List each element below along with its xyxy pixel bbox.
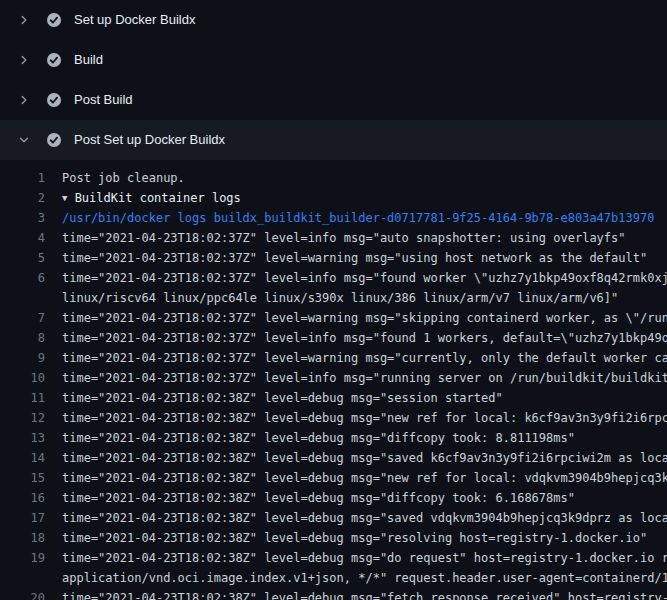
- chevron-right-icon: [16, 92, 32, 108]
- log-line: 12time="2021-04-23T18:02:38Z" level=debu…: [0, 408, 667, 428]
- line-number[interactable]: 8: [0, 328, 45, 348]
- chevron-right-icon: [16, 52, 32, 68]
- log-text: linux/riscv64 linux/ppc64le linux/s390x …: [45, 288, 618, 308]
- log-line: 10time="2021-04-23T18:02:37Z" level=info…: [0, 368, 667, 388]
- group-caret-down-icon: ▼: [62, 188, 67, 208]
- log-text: Post job cleanup.: [45, 168, 185, 188]
- log-text: time="2021-04-23T18:02:37Z" level=info m…: [45, 268, 667, 288]
- line-number[interactable]: 18: [0, 528, 45, 548]
- log-line-continuation: linux/riscv64 linux/ppc64le linux/s390x …: [0, 288, 667, 308]
- log-text: time="2021-04-23T18:02:37Z" level=warnin…: [45, 348, 667, 368]
- log-line: 11time="2021-04-23T18:02:38Z" level=debu…: [0, 388, 667, 408]
- log-command-line: 3/usr/bin/docker logs buildx_buildkit_bu…: [0, 208, 667, 228]
- log-text: time="2021-04-23T18:02:37Z" level=info m…: [45, 328, 667, 348]
- step-post-build[interactable]: Post Build: [0, 80, 667, 120]
- log-line: 7time="2021-04-23T18:02:37Z" level=warni…: [0, 308, 667, 328]
- log-text: time="2021-04-23T18:02:38Z" level=debug …: [45, 528, 647, 548]
- log-line: 9time="2021-04-23T18:02:37Z" level=warni…: [0, 348, 667, 368]
- log-text: ▼ BuildKit container logs: [45, 188, 241, 208]
- line-number[interactable]: 7: [0, 308, 45, 328]
- log-text: time="2021-04-23T18:02:38Z" level=debug …: [45, 488, 575, 508]
- line-number[interactable]: 1: [0, 168, 45, 188]
- log-line: 4time="2021-04-23T18:02:37Z" level=info …: [0, 228, 667, 248]
- log-line: 18time="2021-04-23T18:02:38Z" level=debu…: [0, 528, 667, 548]
- line-number[interactable]: 15: [0, 468, 45, 488]
- step-label: Post Build: [74, 92, 133, 108]
- log-text: time="2021-04-23T18:02:37Z" level=warnin…: [45, 248, 647, 268]
- log-text: time="2021-04-23T18:02:37Z" level=warnin…: [45, 308, 667, 328]
- log-text: application/vnd.oci.image.index.v1+json,…: [45, 568, 667, 588]
- line-number[interactable]: 12: [0, 408, 45, 428]
- step-label: Post Set up Docker Buildx: [74, 132, 225, 148]
- chevron-right-icon: [16, 12, 32, 28]
- line-number[interactable]: 9: [0, 348, 45, 368]
- log-text: time="2021-04-23T18:02:37Z" level=info m…: [45, 368, 667, 388]
- log-group-line[interactable]: 2▼ BuildKit container logs: [0, 188, 667, 208]
- step-build[interactable]: Build: [0, 40, 667, 80]
- step-set-up-docker-buildx[interactable]: Set up Docker Buildx: [0, 0, 667, 40]
- log-line: 8time="2021-04-23T18:02:37Z" level=info …: [0, 328, 667, 348]
- log-text: time="2021-04-23T18:02:38Z" level=debug …: [45, 428, 575, 448]
- log-line: 13time="2021-04-23T18:02:38Z" level=debu…: [0, 428, 667, 448]
- line-number[interactable]: 16: [0, 488, 45, 508]
- log-text: time="2021-04-23T18:02:38Z" level=debug …: [45, 508, 667, 528]
- line-number[interactable]: 13: [0, 428, 45, 448]
- step-label: Build: [74, 52, 103, 68]
- log-text: time="2021-04-23T18:02:38Z" level=debug …: [45, 468, 667, 488]
- log-text: time="2021-04-23T18:02:37Z" level=info m…: [45, 228, 626, 248]
- line-number[interactable]: 3: [0, 208, 45, 228]
- log-line: 14time="2021-04-23T18:02:38Z" level=debu…: [0, 448, 667, 468]
- line-number[interactable]: 11: [0, 388, 45, 408]
- check-circle-icon: [46, 52, 62, 68]
- line-number[interactable]: 6: [0, 268, 45, 288]
- line-number[interactable]: 2: [0, 188, 45, 208]
- line-number[interactable]: 5: [0, 248, 45, 268]
- log-line: 1Post job cleanup.: [0, 168, 667, 188]
- log-line-continuation: application/vnd.oci.image.index.v1+json,…: [0, 568, 667, 588]
- log-line: 15time="2021-04-23T18:02:38Z" level=debu…: [0, 468, 667, 488]
- log-line: 17time="2021-04-23T18:02:38Z" level=debu…: [0, 508, 667, 528]
- log-container: 1Post job cleanup.2▼ BuildKit container …: [0, 160, 667, 600]
- log-text: /usr/bin/docker logs buildx_buildkit_bui…: [45, 208, 654, 228]
- log-text: time="2021-04-23T18:02:38Z" level=debug …: [45, 588, 667, 600]
- log-line: 19time="2021-04-23T18:02:38Z" level=debu…: [0, 548, 667, 568]
- step-label: Set up Docker Buildx: [74, 12, 195, 28]
- line-number[interactable]: 10: [0, 368, 45, 388]
- chevron-down-icon: [16, 132, 32, 148]
- log-line: 16time="2021-04-23T18:02:38Z" level=debu…: [0, 488, 667, 508]
- check-circle-icon: [46, 12, 62, 28]
- log-line: 20time="2021-04-23T18:02:38Z" level=debu…: [0, 588, 667, 600]
- step-post-set-up-docker-buildx[interactable]: Post Set up Docker Buildx: [0, 120, 667, 160]
- line-number: [0, 568, 45, 588]
- log-text: time="2021-04-23T18:02:38Z" level=debug …: [45, 448, 667, 468]
- log-text: time="2021-04-23T18:02:38Z" level=debug …: [45, 408, 667, 428]
- line-number[interactable]: 20: [0, 588, 45, 600]
- steps-list: Set up Docker Buildx Build Post Build Po…: [0, 0, 667, 160]
- line-number[interactable]: 17: [0, 508, 45, 528]
- check-circle-icon: [46, 132, 62, 148]
- line-number[interactable]: 19: [0, 548, 45, 568]
- log-text: time="2021-04-23T18:02:38Z" level=debug …: [45, 388, 503, 408]
- log-line: 6time="2021-04-23T18:02:37Z" level=info …: [0, 268, 667, 288]
- line-number[interactable]: 14: [0, 448, 45, 468]
- log-text: time="2021-04-23T18:02:38Z" level=debug …: [45, 548, 667, 568]
- check-circle-icon: [46, 92, 62, 108]
- line-number: [0, 288, 45, 308]
- log-line: 5time="2021-04-23T18:02:37Z" level=warni…: [0, 248, 667, 268]
- line-number[interactable]: 4: [0, 228, 45, 248]
